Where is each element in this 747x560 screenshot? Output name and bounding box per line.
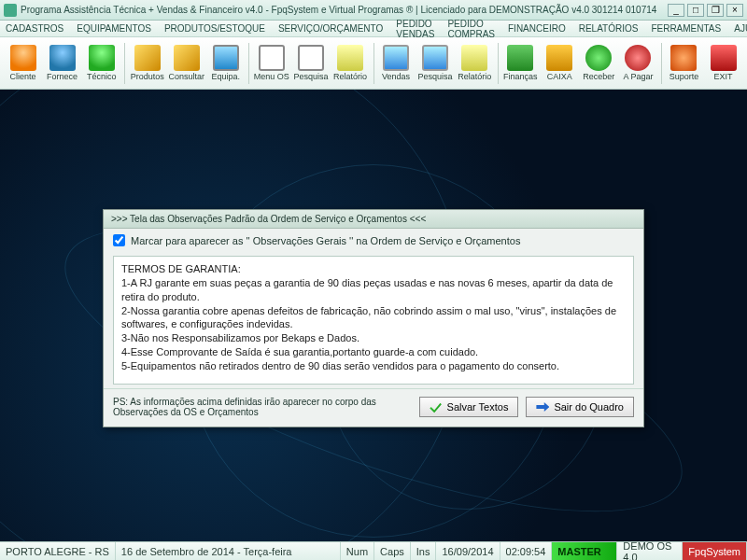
- pesquisa2-button[interactable]: Pesquisa: [416, 45, 455, 81]
- person-icon: [89, 45, 115, 71]
- minimize-button[interactable]: _: [668, 4, 684, 17]
- search-icon: [298, 45, 324, 71]
- exit-button[interactable]: EXIT: [704, 45, 742, 81]
- clipboard-icon: [259, 45, 285, 71]
- apagar-button[interactable]: A Pagar: [619, 45, 657, 81]
- show-observations-checkbox[interactable]: Marcar para aparecer as '' Observações G…: [104, 229, 643, 252]
- menu-ferramentas[interactable]: FERRAMENTAS: [651, 23, 721, 34]
- person-icon: [10, 45, 36, 71]
- toolbar: Cliente Fornece Técnico Produtos Consult…: [0, 37, 747, 90]
- window-buttons: _ □ ❐ ×: [668, 4, 743, 17]
- status-fpq: FpqSystem: [683, 542, 747, 560]
- status-demo: DEMO OS 4.0: [617, 542, 683, 560]
- separator: [248, 43, 249, 84]
- menu-equipamentos[interactable]: EQUIPAMENTOS: [77, 23, 151, 34]
- arrow-right-icon: [536, 400, 549, 413]
- app-icon: [4, 4, 17, 17]
- footer-note: PS: As informações acima definidas irão …: [113, 397, 412, 417]
- dollar-icon: [585, 45, 612, 71]
- person-icon: [49, 45, 76, 71]
- financas-button[interactable]: Finanças: [501, 45, 540, 81]
- suporte-button[interactable]: Suporte: [665, 45, 703, 81]
- maximize-button[interactable]: □: [687, 4, 704, 17]
- separator: [661, 43, 662, 84]
- consultar-button[interactable]: Consultar: [167, 45, 205, 81]
- caixa-button[interactable]: CAIXA: [541, 45, 579, 81]
- pesquisa-button[interactable]: Pesquisa: [291, 45, 330, 81]
- equipa-button[interactable]: Equipa.: [206, 45, 245, 81]
- restore-button[interactable]: ❐: [707, 4, 724, 17]
- produtos-button[interactable]: Produtos: [128, 45, 166, 81]
- money-icon: [507, 45, 533, 71]
- menu-ajuda[interactable]: AJUDA: [734, 23, 747, 34]
- status-caps: Caps: [374, 542, 411, 560]
- receber-button[interactable]: Receber: [580, 45, 618, 81]
- box-icon: [134, 45, 161, 71]
- menu-financeiro[interactable]: FINANCEIRO: [508, 23, 566, 34]
- vendas-button[interactable]: Vendas: [377, 45, 416, 81]
- exit-icon: [711, 45, 737, 71]
- support-icon: [670, 45, 697, 71]
- report-icon: [461, 45, 487, 71]
- status-bar: PORTO ALEGRE - RS 16 de Setembro de 2014…: [0, 541, 747, 560]
- dollar-icon: [625, 45, 651, 71]
- tecnico-button[interactable]: Técnico: [82, 45, 120, 81]
- desktop-area: >>> Tela das Observações Padrão da Ordem…: [0, 90, 747, 541]
- menu-produtos[interactable]: PRODUTOS/ESTOQUE: [164, 23, 265, 34]
- salvar-textos-button[interactable]: Salvar Textos: [419, 397, 519, 417]
- menu-cadastros[interactable]: CADASTROS: [6, 23, 63, 34]
- menu-vendas[interactable]: PEDIDO VENDAS: [396, 19, 434, 39]
- fornece-button[interactable]: Fornece: [43, 45, 81, 81]
- relatorio2-button[interactable]: Relatório: [456, 45, 494, 81]
- menu-servico[interactable]: SERVIÇO/ORÇAMENTO: [278, 23, 383, 34]
- cliente-button[interactable]: Cliente: [4, 45, 42, 81]
- sair-quadro-button[interactable]: Sair do Quadro: [526, 397, 634, 417]
- status-ins: Ins: [411, 542, 437, 560]
- menu-relatorios[interactable]: RELATÓRIOS: [579, 23, 639, 34]
- monitor-icon: [213, 45, 239, 71]
- separator: [124, 43, 125, 84]
- check-icon: [430, 400, 443, 413]
- close-button[interactable]: ×: [726, 4, 743, 17]
- checkbox-input[interactable]: [113, 234, 125, 246]
- search-icon: [422, 45, 448, 71]
- status-time: 02:09:54: [500, 542, 553, 560]
- status-num: Num: [341, 542, 374, 560]
- menu-compras[interactable]: PEDIDO COMPRAS: [447, 19, 495, 39]
- observations-textarea[interactable]: TERMOS DE GARANTIA:1-A RJ garante em sua…: [113, 256, 634, 385]
- monitor-icon: [383, 45, 409, 71]
- dialog-footer: PS: As informações acima definidas irão …: [104, 388, 643, 427]
- menu-bar: CADASTROS EQUIPAMENTOS PRODUTOS/ESTOQUE …: [0, 21, 747, 37]
- status-date: 16/09/2014: [436, 542, 500, 560]
- status-date-long: 16 de Setembro de 2014 - Terça-feira: [116, 542, 341, 560]
- menuos-button[interactable]: Menu OS: [252, 45, 290, 81]
- separator: [374, 43, 374, 84]
- separator: [498, 43, 499, 84]
- window-title: Programa Assistência Técnica + Vendas & …: [21, 5, 668, 15]
- status-city: PORTO ALEGRE - RS: [0, 542, 116, 560]
- report-icon: [337, 45, 363, 71]
- title-bar: Programa Assistência Técnica + Vendas & …: [0, 0, 747, 21]
- status-master: MASTER: [552, 542, 617, 560]
- checkbox-label: Marcar para aparecer as '' Observações G…: [131, 235, 520, 246]
- search-icon: [174, 45, 200, 71]
- relatorio-button[interactable]: Relatório: [331, 45, 369, 81]
- dialog-header: >>> Tela das Observações Padrão da Ordem…: [104, 210, 643, 229]
- cash-icon: [546, 45, 572, 71]
- observacoes-dialog: >>> Tela das Observações Padrão da Ordem…: [103, 209, 644, 427]
